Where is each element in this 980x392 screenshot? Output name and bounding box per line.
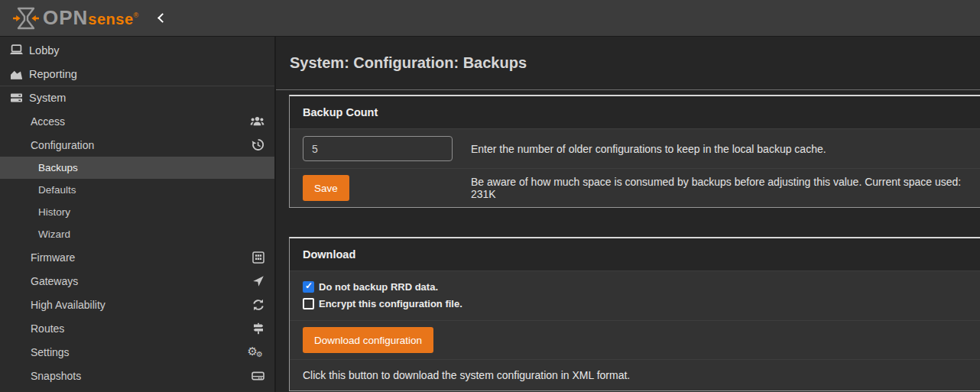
- refresh-icon: [252, 299, 264, 311]
- sidebar-item-label: Reporting: [29, 68, 77, 80]
- top-bar: OPNsense®: [0, 0, 980, 37]
- map-signs-icon: [252, 322, 264, 335]
- main-layout: Lobby Reporting: [0, 37, 980, 392]
- brand-registered-mark: ®: [134, 11, 139, 19]
- users-icon: [250, 115, 264, 127]
- sidebar-item-label: Lobby: [29, 44, 60, 57]
- encrypt-checkbox[interactable]: [303, 298, 314, 309]
- sidebar-item-label: Routes: [31, 322, 64, 335]
- sidebar-item-label: History: [38, 206, 70, 218]
- sidebar-item-label: Wizard: [38, 228, 70, 240]
- backup-count-panel-header: Backup Count: [290, 96, 980, 128]
- sidebar-item-access[interactable]: Access: [0, 109, 274, 133]
- save-button[interactable]: Save: [303, 175, 349, 201]
- download-configuration-button[interactable]: Download configuration: [303, 327, 433, 353]
- sidebar-item-lobby[interactable]: Lobby: [0, 38, 274, 62]
- location-arrow-icon: [252, 275, 264, 287]
- brand-sense: sense: [88, 11, 133, 28]
- sidebar-item-history[interactable]: History: [0, 201, 274, 223]
- download-button-row: Download configuration: [290, 320, 980, 359]
- sidebar-item-system[interactable]: System: [0, 86, 274, 109]
- sidebar-item-label: Firmware: [31, 251, 75, 264]
- rrd-checkbox-label[interactable]: Do not backup RRD data.: [319, 281, 438, 293]
- area-chart-icon: [7, 68, 26, 79]
- sidebar-item-label: Settings: [31, 346, 70, 358]
- download-options-row: Do not backup RRD data. Encrypt this con…: [290, 271, 980, 320]
- encrypt-checkbox-label[interactable]: Encrypt this configuration file.: [319, 298, 462, 309]
- page-title: System: Configuration: Backups: [276, 37, 980, 90]
- content-area: System: Configuration: Backups Backup Co…: [276, 37, 980, 392]
- hourglass-logo-icon: [12, 6, 40, 31]
- grid-icon: [252, 251, 264, 264]
- sidebar-item-wizard[interactable]: Wizard: [0, 223, 274, 245]
- sidebar-item-snapshots[interactable]: Snapshots: [0, 364, 274, 387]
- rrd-checkbox-line[interactable]: Do not backup RRD data.: [303, 278, 972, 295]
- backup-count-help: Enter the number of older configurations…: [471, 136, 972, 161]
- sidebar-item-high-availability[interactable]: High Availability: [0, 293, 274, 316]
- sidebar-item-reporting[interactable]: Reporting: [0, 62, 274, 86]
- sidebar-item-label: System: [29, 92, 66, 104]
- sidebar-item-defaults[interactable]: Defaults: [0, 179, 274, 201]
- opnsense-logo[interactable]: OPNsense®: [12, 6, 138, 31]
- sidebar-item-label: Backups: [38, 162, 78, 173]
- sidebar-nav: Lobby Reporting: [0, 37, 276, 392]
- sidebar-item-label: High Availability: [31, 299, 105, 311]
- sidebar-item-label: Access: [31, 115, 65, 128]
- hdd-icon: [251, 370, 264, 381]
- sidebar-item-label: Configuration: [31, 139, 94, 151]
- sidebar-item-routes[interactable]: Routes: [0, 316, 274, 340]
- history-icon: [251, 138, 264, 151]
- brand-text: OPNsense®: [43, 6, 138, 30]
- opnsense-app: OPNsense® Lobby: [0, 0, 980, 392]
- rrd-checkbox[interactable]: [303, 281, 314, 293]
- download-note: Click this button to download the system…: [290, 359, 980, 390]
- laptop-icon: [7, 44, 26, 56]
- sidebar-item-configuration[interactable]: Configuration: [0, 133, 274, 157]
- encrypt-checkbox-line[interactable]: Encrypt this configuration file.: [303, 295, 972, 312]
- download-panel-header: Download: [290, 238, 980, 271]
- sidebar-item-gateways[interactable]: Gateways: [0, 269, 274, 293]
- save-help: Be aware of how much space is consumed b…: [471, 175, 972, 201]
- sidebar-item-firmware[interactable]: Firmware: [0, 245, 274, 269]
- sidebar-item-label: Snapshots: [31, 370, 81, 382]
- cogs-icon: ⚙⚙: [248, 346, 264, 358]
- download-panel: Download Do not backup RRD data. Encrypt…: [289, 237, 980, 391]
- backup-count-row: Enter the number of older configurations…: [290, 128, 980, 168]
- sidebar-item-settings[interactable]: Settings ⚙⚙: [0, 340, 274, 364]
- save-row: Save Be aware of how much space is consu…: [290, 168, 980, 207]
- server-icon: [7, 92, 26, 103]
- backup-count-input[interactable]: [303, 136, 453, 161]
- sidebar-item-label: Defaults: [38, 184, 76, 196]
- backup-count-panel: Backup Count Enter the number of older c…: [289, 95, 980, 208]
- sidebar-item-backups[interactable]: Backups: [0, 157, 274, 179]
- sidebar-item-label: Gateways: [31, 275, 78, 287]
- chevron-left-icon: [157, 13, 167, 23]
- brand-opn: OPN: [43, 6, 88, 30]
- sidebar-collapse-button[interactable]: [155, 11, 169, 25]
